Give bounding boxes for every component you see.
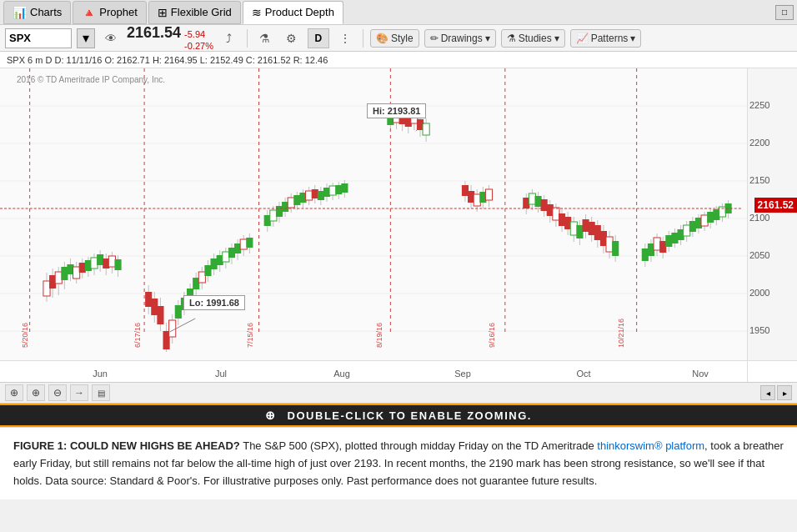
drawings-label: Drawings [441,33,483,44]
chart-area[interactable]: 2016 © TD Ameritrade IP Company, Inc. [0,68,747,360]
yaxis-label-2100: 2100 [749,213,797,223]
svg-rect-119 [462,185,469,196]
price-change-amount: -5.94 [184,29,213,40]
svg-rect-39 [114,259,121,270]
price-value: 2161.54 [127,24,181,42]
style-icon: 🎨 [376,33,388,44]
svg-rect-103 [341,183,348,193]
svg-rect-145 [570,222,577,235]
scroll-right-button[interactable]: ▸ [777,385,792,400]
svg-rect-31 [91,258,98,269]
svg-rect-169 [665,235,672,247]
current-price-label: 2161.52 [754,198,797,213]
svg-rect-93 [312,189,318,198]
svg-rect-59 [198,272,205,283]
settings-icon[interactable]: ⚙ [281,28,303,49]
toolbar: ▾ 👁 2161.54 -5.94 -0.27% ⤴ ⚗ ⚙ D ⋮ 🎨 Sty… [0,25,797,52]
svg-rect-61 [204,265,211,276]
xaxis-nov: Nov [692,369,709,379]
svg-rect-131 [529,193,535,204]
price-change: -5.94 -0.27% [184,29,213,51]
svg-rect-99 [329,186,336,195]
svg-rect-151 [589,222,595,235]
chart-container: 2016 © TD Ameritrade IP Company, Inc. [0,68,797,360]
divider-2 [363,29,363,48]
caption-bold: FIGURE 1: COULD NEW HIGHS BE AHEAD? [13,439,240,452]
drawings-chevron: ▾ [485,33,490,44]
pan-right-button[interactable]: → [70,384,88,401]
tab-product-depth[interactable]: ≋ Product Depth [243,1,343,24]
style-label: Style [391,33,414,44]
zoom-minus-button[interactable]: ⊖ [48,384,67,401]
flask-icon[interactable]: ⚗ [254,28,276,49]
svg-rect-75 [246,238,253,248]
xaxis-ywidth [747,361,797,382]
svg-rect-73 [240,239,247,249]
svg-rect-177 [689,221,696,232]
svg-rect-43 [151,299,158,315]
svg-rect-167 [659,241,666,253]
zoom-out-button[interactable]: ⊕ [5,384,23,401]
scroll-arrows: ◂ ▸ [760,385,792,400]
period-button[interactable]: D [308,28,329,48]
yaxis-label-2200: 2200 [749,138,797,148]
svg-rect-159 [612,241,619,256]
scroll-left-button[interactable]: ◂ [760,385,775,400]
svg-rect-171 [671,233,678,243]
xaxis-jun: Jun [93,369,108,379]
patterns-label: Patterns [591,33,629,44]
caption-area: FIGURE 1: COULD NEW HIGHS BE AHEAD? The … [0,427,797,499]
symbol-dropdown[interactable]: ▾ [77,28,95,48]
fit-button[interactable]: ▤ [92,384,110,401]
yaxis-label-2050: 2050 [749,250,797,260]
svg-rect-153 [594,225,601,240]
caption-link[interactable]: thinkorswim® platform [597,439,704,452]
zoom-bar[interactable]: ⊕ DOUBLE-CLICK TO ENABLE ZOOMING. [0,404,797,427]
svg-rect-181 [701,215,708,226]
tab-charts[interactable]: 📊 Charts [3,1,71,24]
svg-rect-123 [474,194,480,206]
tab-charts-label: Charts [30,6,62,18]
style-button[interactable]: 🎨 Style [370,29,419,48]
svg-rect-183 [707,212,714,223]
svg-rect-133 [534,196,541,207]
chart-header: SPX 6 m D D: 11/11/16 O: 2162.71 H: 2164… [0,52,797,68]
flexible-grid-icon: ⊞ [158,6,168,19]
xaxis-jul: Jul [215,369,227,379]
svg-rect-87 [293,195,300,205]
drawings-icon: ✏ [430,33,439,44]
svg-rect-15 [43,281,50,296]
svg-rect-21 [61,267,68,280]
svg-rect-85 [288,198,294,208]
tab-prophet[interactable]: 🔺 Prophet [73,1,147,24]
zoom-plus-button[interactable]: ⊕ [27,384,45,401]
svg-rect-51 [175,305,182,319]
patterns-button[interactable]: 📈 Patterns ▾ [570,29,642,48]
svg-rect-79 [270,210,277,221]
chart-xaxis: Jun Jul Aug Sep Oct Nov [0,360,797,382]
price-display: 2161.54 -5.94 -0.27% [127,24,213,51]
svg-rect-135 [541,199,548,211]
svg-rect-157 [606,237,613,252]
svg-rect-91 [306,191,313,200]
yaxis-label-2000: 2000 [749,288,797,298]
tab-flexible-grid[interactable]: ⊞ Flexible Grid [148,1,241,24]
period-menu-icon[interactable]: ⋮ [334,28,356,49]
hi-annotation: Hi: 2193.81 [367,103,426,118]
studies-button[interactable]: ⚗ Studies ▾ [501,29,565,48]
xaxis-aug: Aug [333,369,350,379]
product-depth-icon: ≋ [252,6,262,19]
svg-rect-139 [553,208,559,220]
share-icon[interactable]: ⤴ [218,28,240,49]
tab-product-depth-label: Product Depth [265,6,334,18]
symbol-input[interactable] [5,28,72,48]
tab-prophet-label: Prophet [99,6,138,18]
svg-rect-49 [169,320,176,337]
window-button[interactable]: □ [775,5,794,20]
watch-icon[interactable]: 👁 [100,28,122,49]
zoom-bar-icon: ⊕ [265,409,276,422]
drawings-button[interactable]: ✏ Drawings ▾ [424,29,496,48]
yaxis-label-2150: 2150 [749,175,797,185]
svg-rect-95 [318,191,324,200]
top-nav: 📊 Charts 🔺 Prophet ⊞ Flexible Grid ≋ Pro… [0,0,797,25]
